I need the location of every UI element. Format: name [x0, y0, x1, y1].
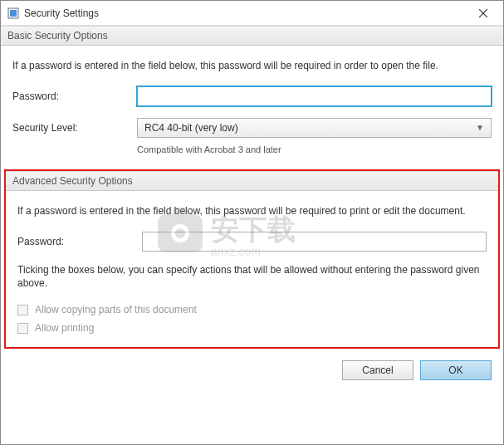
edit-password-label: Password:: [17, 236, 142, 247]
security-level-label: Security Level:: [12, 122, 137, 134]
svg-rect-1: [10, 10, 17, 17]
basic-description: If a password is entered in the field be…: [12, 59, 492, 73]
advanced-description: If a password is entered in the field be…: [17, 204, 487, 218]
security-level-hint: Compatible with Acrobat 3 and later: [137, 144, 492, 154]
close-button[interactable]: [467, 2, 500, 25]
open-password-field[interactable]: [137, 86, 492, 106]
app-icon: [7, 7, 19, 19]
ok-button[interactable]: OK: [420, 360, 492, 380]
titlebar: Security Settings: [1, 1, 503, 26]
advanced-section-content: If a password is entered in the field be…: [6, 191, 498, 347]
allow-print-row: Allow printing: [17, 322, 487, 334]
allow-copy-checkbox[interactable]: [17, 305, 28, 315]
allow-print-checkbox[interactable]: [17, 323, 28, 334]
password-row: Password:: [12, 86, 492, 106]
button-bar: Cancel OK: [1, 354, 503, 390]
password-label: Password:: [12, 90, 137, 102]
cancel-button-label: Cancel: [362, 364, 393, 376]
security-level-value: RC4 40-bit (very low): [144, 122, 238, 134]
advanced-section: Advanced Security Options If a password …: [4, 169, 500, 349]
ok-button-label: OK: [448, 364, 462, 376]
allow-copy-label: Allow copying parts of this document: [35, 304, 197, 315]
window-title: Security Settings: [24, 7, 467, 19]
chevron-down-icon: ▼: [476, 123, 484, 132]
advanced-section-header: Advanced Security Options: [6, 171, 498, 191]
allow-print-label: Allow printing: [35, 322, 94, 334]
basic-section-content: If a password is entered in the field be…: [1, 46, 503, 169]
edit-password-row: Password:: [17, 232, 487, 252]
allow-copy-row: Allow copying parts of this document: [17, 304, 487, 315]
edit-password-field[interactable]: [142, 232, 487, 252]
security-level-row: Security Level: RC4 40-bit (very low) ▼: [12, 118, 492, 138]
tick-description: Ticking the boxes below, you can specify…: [17, 263, 487, 291]
cancel-button[interactable]: Cancel: [342, 360, 413, 380]
basic-section-header: Basic Security Options: [1, 26, 503, 46]
security-level-select[interactable]: RC4 40-bit (very low) ▼: [137, 118, 492, 138]
security-settings-window: Security Settings Basic Security Options…: [0, 0, 504, 445]
close-icon: [479, 9, 487, 17]
